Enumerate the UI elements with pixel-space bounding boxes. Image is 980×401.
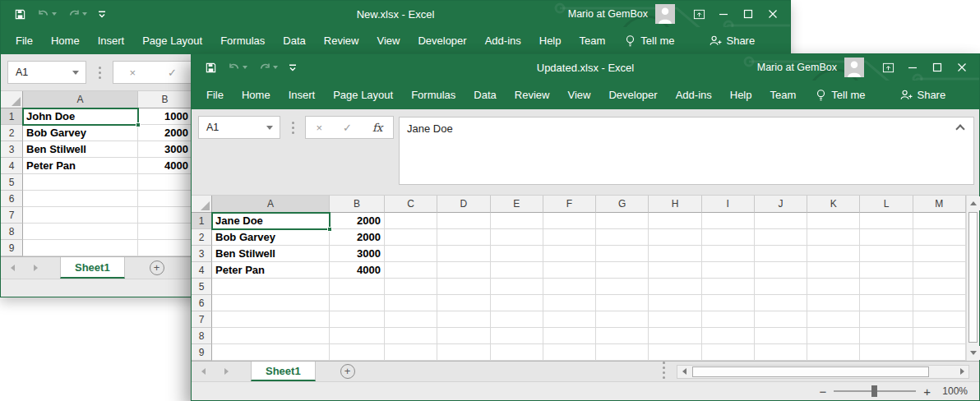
- name-box-dropdown-icon[interactable]: [72, 71, 79, 75]
- cell-A2[interactable]: Bob Garvey: [23, 125, 138, 141]
- column-header-G[interactable]: G: [596, 196, 649, 213]
- cell-A8[interactable]: [212, 328, 330, 344]
- cell-B2[interactable]: 2000: [330, 229, 385, 246]
- row-header-7[interactable]: 7: [192, 311, 212, 328]
- cell-J9[interactable]: [755, 344, 807, 361]
- cell-A1[interactable]: Jane Doe: [212, 213, 330, 229]
- cell-A9[interactable]: [212, 344, 330, 361]
- ribbon-tab-developer[interactable]: Developer: [418, 35, 466, 47]
- cell-E8[interactable]: [491, 328, 543, 344]
- cell-E9[interactable]: [491, 344, 543, 361]
- cell-K9[interactable]: [807, 344, 860, 361]
- tell-me-button[interactable]: Tell me: [625, 35, 674, 48]
- cell-D2[interactable]: [437, 229, 490, 246]
- ribbon-tab-insert[interactable]: Insert: [98, 35, 125, 47]
- row-header-5[interactable]: 5: [192, 279, 212, 295]
- cell-B9[interactable]: [138, 240, 192, 256]
- cell-G8[interactable]: [596, 328, 649, 344]
- cell-A2[interactable]: Bob Garvey: [212, 229, 330, 246]
- cell-M5[interactable]: [913, 279, 966, 295]
- cell-E2[interactable]: [491, 229, 543, 246]
- column-header-B[interactable]: B: [138, 91, 192, 108]
- column-header-A[interactable]: A: [23, 91, 138, 108]
- undo-button[interactable]: [228, 62, 247, 73]
- ribbon-tab-file[interactable]: File: [206, 89, 224, 101]
- cell-K1[interactable]: [807, 213, 860, 229]
- row-header-3[interactable]: 3: [1, 141, 23, 158]
- cell-C4[interactable]: [385, 262, 437, 279]
- cell-L6[interactable]: [860, 295, 913, 311]
- save-button[interactable]: [14, 8, 26, 21]
- close-button[interactable]: [760, 1, 785, 27]
- cell-C3[interactable]: [385, 246, 437, 262]
- row-header-1[interactable]: 1: [192, 213, 212, 229]
- row-header-7[interactable]: 7: [1, 207, 23, 224]
- cell-A5[interactable]: [23, 174, 138, 191]
- cell-H5[interactable]: [649, 279, 701, 295]
- cell-F4[interactable]: [543, 262, 596, 279]
- ribbon-tab-view[interactable]: View: [567, 89, 590, 101]
- cell-C1[interactable]: [385, 213, 437, 229]
- cell-H3[interactable]: [649, 246, 701, 262]
- ribbon-tab-home[interactable]: Home: [51, 35, 80, 47]
- cell-E7[interactable]: [491, 311, 543, 328]
- minimize-button[interactable]: [900, 54, 925, 81]
- cell-G9[interactable]: [596, 344, 649, 361]
- cell-J1[interactable]: [755, 213, 807, 229]
- horizontal-scrollbar[interactable]: [677, 365, 969, 379]
- cell-A7[interactable]: [212, 311, 330, 328]
- cell-H9[interactable]: [649, 344, 701, 361]
- formula-bar[interactable]: Jane Doe: [399, 117, 974, 185]
- sheet-tab-sheet1[interactable]: Sheet1: [60, 257, 125, 279]
- name-box-dropdown-icon[interactable]: [266, 126, 273, 130]
- share-button[interactable]: Share: [709, 35, 755, 47]
- cell-L5[interactable]: [860, 279, 913, 295]
- horizontal-scroll-thumb[interactable]: [692, 366, 929, 377]
- ribbon-tab-data[interactable]: Data: [283, 35, 305, 47]
- row-header-8[interactable]: 8: [192, 328, 212, 344]
- cell-E3[interactable]: [491, 246, 543, 262]
- cell-H6[interactable]: [649, 295, 701, 311]
- cell-J7[interactable]: [755, 311, 807, 328]
- cell-B8[interactable]: [330, 328, 385, 344]
- maximize-button[interactable]: [736, 1, 760, 27]
- column-header-C[interactable]: C: [385, 196, 437, 213]
- new-sheet-button[interactable]: +: [340, 364, 355, 379]
- ribbon-tab-review[interactable]: Review: [515, 89, 550, 101]
- cancel-entry-button[interactable]: ×: [129, 67, 136, 79]
- cell-E1[interactable]: [491, 213, 543, 229]
- cell-H7[interactable]: [649, 311, 701, 328]
- cell-I4[interactable]: [702, 262, 755, 279]
- ribbon-tab-team[interactable]: Team: [770, 89, 797, 101]
- column-header-E[interactable]: E: [491, 196, 543, 213]
- cell-B5[interactable]: [330, 279, 385, 295]
- cell-A6[interactable]: [212, 295, 330, 311]
- row-header-3[interactable]: 3: [192, 246, 212, 262]
- cell-J4[interactable]: [755, 262, 807, 279]
- cell-F6[interactable]: [543, 295, 596, 311]
- cell-A1[interactable]: John Doe: [23, 108, 138, 125]
- ribbon-tab-view[interactable]: View: [377, 35, 400, 47]
- row-header-5[interactable]: 5: [1, 174, 23, 191]
- cell-L2[interactable]: [860, 229, 913, 246]
- maximize-button[interactable]: [925, 54, 950, 81]
- share-button[interactable]: Share: [899, 89, 945, 101]
- confirm-entry-button[interactable]: ✓: [343, 122, 352, 134]
- cell-K6[interactable]: [807, 295, 860, 311]
- row-header-6[interactable]: 6: [1, 191, 23, 207]
- ribbon-tab-page-layout[interactable]: Page Layout: [142, 35, 202, 47]
- ribbon-tab-home[interactable]: Home: [242, 89, 270, 101]
- cell-I5[interactable]: [702, 279, 755, 295]
- cell-A4[interactable]: Peter Pan: [212, 262, 330, 279]
- redo-button[interactable]: [67, 9, 87, 20]
- cell-F5[interactable]: [543, 279, 596, 295]
- undo-button[interactable]: [37, 9, 57, 20]
- ribbon-tab-developer[interactable]: Developer: [608, 89, 657, 101]
- cell-I9[interactable]: [702, 344, 755, 361]
- cell-H1[interactable]: [649, 213, 701, 229]
- cell-J6[interactable]: [755, 295, 807, 311]
- cell-D8[interactable]: [437, 328, 490, 344]
- column-header-H[interactable]: H: [649, 196, 701, 213]
- cell-H4[interactable]: [649, 262, 701, 279]
- avatar[interactable]: [844, 58, 864, 77]
